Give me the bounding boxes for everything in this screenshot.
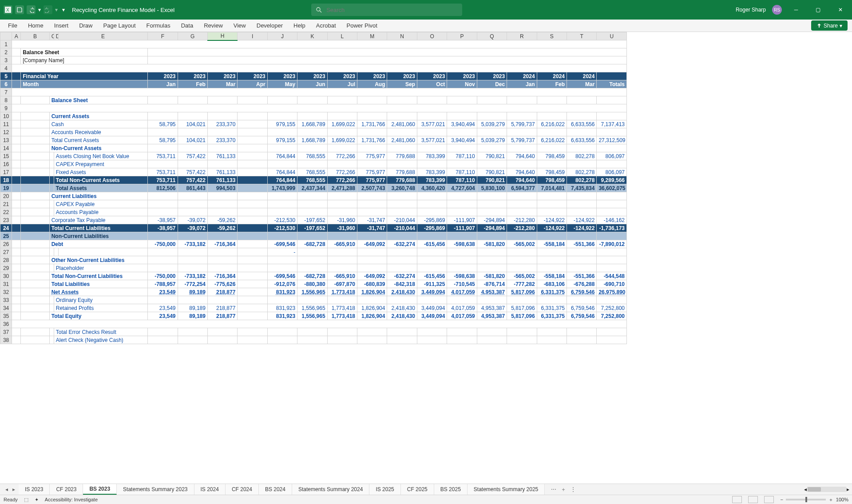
row-header[interactable]: 30 [0, 272, 12, 280]
qat-dropdown-icon[interactable]: ▾ [62, 7, 65, 13]
row-header[interactable]: 34 [0, 304, 12, 312]
sheet-tab-statements-summary-2023[interactable]: Statements Summary 2023 [117, 484, 194, 495]
row-header[interactable]: 11 [0, 120, 12, 128]
ribbon-tab-home[interactable]: Home [23, 20, 49, 32]
zoom-level[interactable]: 100% [836, 497, 848, 502]
sheet-tab-statements-summary-2025[interactable]: Statements Summary 2025 [468, 484, 545, 495]
row-alert-check[interactable]: Alert Check (Negative Cash) [54, 336, 147, 344]
row-error-checks[interactable]: Total Error Checks Result [54, 328, 147, 336]
col-header-H[interactable]: H [207, 32, 237, 40]
financial-year-label[interactable]: Financial Year [21, 72, 148, 80]
search-input[interactable] [325, 6, 458, 14]
row-header[interactable]: 23 [0, 216, 12, 224]
sheet-tab-cf-2023[interactable]: CF 2023 [50, 484, 83, 495]
section-other-ncl[interactable]: Other Non-Current Liabilities [49, 256, 147, 264]
redo-dropdown-icon[interactable]: ▾ [55, 7, 58, 13]
col-header-I[interactable]: I [238, 32, 267, 40]
sheet-tab-bs-2025[interactable]: BS 2025 [434, 484, 468, 495]
row-header[interactable]: 2 [0, 48, 12, 56]
close-icon[interactable]: ✕ [832, 4, 848, 16]
row-capex-prepayment[interactable]: CAPEX Prepayment [54, 160, 147, 168]
zoom-control[interactable]: − ＋ 100% [780, 496, 848, 503]
row-header[interactable]: 22 [0, 208, 12, 216]
section-current-liabilities[interactable]: Current Liabilities [49, 192, 147, 200]
col-header-G[interactable]: G [178, 32, 207, 40]
row-header[interactable]: 15 [0, 152, 12, 160]
row-header[interactable]: 19 [0, 184, 12, 192]
row-debt[interactable]: Debt [49, 240, 147, 248]
col-header-N[interactable]: N [387, 32, 417, 40]
row-header[interactable]: 16 [0, 160, 12, 168]
month-label[interactable]: Month [21, 80, 148, 88]
row-header[interactable]: 17 [0, 168, 12, 176]
undo-icon[interactable] [27, 5, 36, 14]
col-header-F[interactable]: F [148, 32, 178, 40]
row-header[interactable]: 26 [0, 240, 12, 248]
search-box[interactable] [311, 4, 462, 16]
section-balance-sheet[interactable]: Balance Sheet [49, 96, 147, 104]
sheet-tab-bs-2024[interactable]: BS 2024 [259, 484, 292, 495]
row-header[interactable]: 25 [0, 232, 12, 240]
row-total-current-liabilities[interactable]: Total Current Liabilities [49, 224, 147, 232]
ribbon-tab-page-layout[interactable]: Page Layout [98, 20, 141, 32]
row-header[interactable]: 13 [0, 136, 12, 144]
zoom-out-icon[interactable]: − [780, 497, 783, 502]
col-header-J[interactable]: J [267, 32, 297, 40]
row-header[interactable]: 6 [0, 80, 12, 88]
row-header[interactable]: 33 [0, 296, 12, 304]
row-assets-closing-nbv[interactable]: Assets Closing Net Book Value [54, 152, 147, 160]
col-header-D[interactable]: D [54, 32, 58, 40]
row-header[interactable]: 9 [0, 104, 12, 112]
page-title[interactable]: Balance Sheet [21, 48, 148, 56]
col-header-L[interactable]: L [327, 32, 357, 40]
section-non-current-liabilities[interactable]: Non-Current Liabilities [49, 232, 147, 240]
section-non-current-assets[interactable]: Non-Current Assets [49, 144, 147, 152]
row-header[interactable]: 32 [0, 288, 12, 296]
section-current-assets[interactable]: Current Assets [49, 112, 147, 120]
view-normal-icon[interactable] [732, 496, 742, 503]
view-page-layout-icon[interactable] [748, 496, 758, 503]
row-header[interactable]: 27 [0, 248, 12, 256]
sheet-tab-is-2024[interactable]: IS 2024 [194, 484, 226, 495]
row-header[interactable]: 4 [0, 64, 12, 72]
share-button[interactable]: Share ▾ [811, 20, 848, 31]
undo-dropdown-icon[interactable]: ▾ [38, 7, 41, 13]
sheet-tab-bs-2023[interactable]: BS 2023 [83, 484, 117, 495]
sheet-tab-is-2023[interactable]: IS 2023 [19, 484, 50, 495]
col-header-C[interactable]: C [49, 32, 54, 40]
row-header[interactable]: 29 [0, 264, 12, 272]
col-header-P[interactable]: P [447, 32, 477, 40]
tab-menu-icon[interactable]: ⋮ [571, 486, 576, 492]
scroll-thumb[interactable] [808, 487, 821, 492]
save-icon[interactable] [15, 5, 24, 14]
sheet-tab-cf-2025[interactable]: CF 2025 [401, 484, 434, 495]
ribbon-tab-review[interactable]: Review [198, 20, 228, 32]
ribbon-tab-power-pivot[interactable]: Power Pivot [341, 20, 383, 32]
col-header-E[interactable]: E [58, 32, 147, 40]
row-header[interactable]: 14 [0, 144, 12, 152]
row-accounts-receivable[interactable]: Accounts Receivable [49, 128, 147, 136]
row-header[interactable]: 5 [0, 72, 12, 80]
col-header-A[interactable]: A [12, 32, 21, 40]
col-header-B[interactable]: B [21, 32, 49, 40]
row-header[interactable]: 12 [0, 128, 12, 136]
row-total-equity[interactable]: Total Equity [49, 312, 147, 320]
row-header[interactable]: 35 [0, 312, 12, 320]
row-header[interactable]: 24 [0, 224, 12, 232]
col-header-O[interactable]: O [417, 32, 447, 40]
row-header[interactable]: 7 [0, 88, 12, 96]
col-header-U[interactable]: U [597, 32, 627, 40]
redo-icon[interactable] [44, 5, 52, 14]
more-tabs-icon[interactable]: ⋯ [551, 486, 556, 492]
new-sheet-icon[interactable]: ＋ [561, 486, 566, 493]
select-all-corner[interactable] [0, 32, 12, 40]
ribbon-tab-data[interactable]: Data [176, 20, 198, 32]
row-ordinary-equity[interactable]: Ordinary Equity [54, 296, 147, 304]
row-total-current-assets[interactable]: Total Current Assets [49, 136, 147, 144]
row-total-assets[interactable]: Total Assets [54, 184, 147, 192]
view-page-break-icon[interactable] [764, 496, 774, 503]
row-header[interactable]: 8 [0, 96, 12, 104]
col-header-S[interactable]: S [537, 32, 567, 40]
sheet-tab-statements-summary-2024[interactable]: Statements Summary 2024 [292, 484, 369, 495]
ribbon-tab-draw[interactable]: Draw [74, 20, 98, 32]
